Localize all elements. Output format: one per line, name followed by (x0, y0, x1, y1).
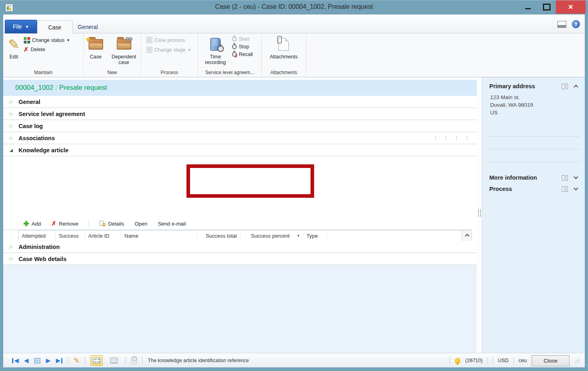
column-header-success-total[interactable]: Success total (197, 230, 241, 241)
open-button[interactable]: Open (135, 221, 147, 227)
go-to-grid-icon[interactable] (34, 358, 41, 364)
chevron-down-icon[interactable] (574, 186, 578, 190)
titlebar: Case (2 - ceu) - Case ID: 00004_1002, Pr… (0, 0, 588, 15)
section-case-web-details[interactable]: ▷ Case Web details (3, 253, 477, 265)
file-menu-label: File (13, 23, 22, 30)
knowledge-article-toolbar: ✚ Add ✗ Remove Details Open Send e-mail (3, 218, 472, 230)
time-recording-icon (210, 38, 221, 51)
form-icon[interactable] (562, 84, 568, 89)
form-icon[interactable] (562, 175, 568, 180)
file-menu-button[interactable]: File ▼ (5, 20, 37, 33)
help-icon[interactable]: ? (572, 20, 580, 28)
details-button[interactable]: Details (99, 221, 124, 227)
separator (449, 357, 450, 364)
edit-button[interactable]: ✎ Edit (6, 35, 22, 69)
star-icon: ★ (86, 35, 91, 43)
table-header-row: Attempted Success Article ID Name Succes… (19, 230, 472, 241)
recall-button[interactable]: ✗ Recall (232, 52, 253, 57)
form-icon[interactable] (562, 187, 568, 192)
send-email-button[interactable]: Send e-mail (158, 221, 186, 227)
notification-bell-icon[interactable] (455, 358, 460, 364)
magnifier-icon (99, 221, 106, 226)
column-header-type[interactable]: Type (303, 230, 327, 241)
remove-button[interactable]: ✗ Remove (51, 220, 78, 227)
column-header-success[interactable]: Success (56, 230, 85, 241)
chevron-up-icon[interactable] (574, 85, 578, 89)
section-administration[interactable]: ▷ Administration (3, 241, 477, 253)
separator (68, 357, 68, 364)
factbox-more-information: More information (482, 170, 585, 181)
dependent-case-button[interactable]: Dependent case (110, 35, 139, 69)
section-case-log[interactable]: ▷ Case log (3, 120, 477, 132)
chevron-down-icon[interactable] (574, 174, 578, 179)
stage-icon (147, 47, 152, 53)
chevron-down-icon: ▼ (188, 48, 191, 52)
group-label-sla: Service level agreem... (198, 69, 261, 77)
currency-indicator[interactable]: USD (498, 358, 508, 363)
minimize-button[interactable] (519, 0, 537, 14)
close-window-button[interactable] (556, 0, 586, 14)
stop-button[interactable]: Stop (232, 44, 253, 50)
expanded-triangle-icon: ◢ (10, 148, 14, 152)
column-header-name[interactable]: Name (121, 230, 197, 241)
group-label-process: Process (141, 69, 198, 77)
address-line: 123 Main st. (490, 93, 578, 101)
tab-case[interactable]: Case (37, 20, 72, 34)
chevron-right-icon: ▷ (10, 135, 14, 141)
change-status-button[interactable]: Change status ▼ (24, 37, 70, 44)
tab-general[interactable]: General (72, 20, 103, 34)
window-title: Case (2 - ceu) - Case ID: 00004_1002, Pr… (0, 3, 588, 10)
close-button[interactable]: Close (532, 355, 569, 366)
splitter-handle-icon[interactable] (478, 209, 481, 216)
last-record-button[interactable]: ▶ (56, 357, 63, 364)
company-indicator[interactable]: ceu (519, 358, 527, 363)
edit-record-icon[interactable]: ✎ (73, 356, 80, 365)
section-associations[interactable]: ▷ Associations (3, 132, 477, 144)
stopwatch-icon (232, 44, 237, 49)
new-case-button[interactable]: ★ Case (86, 35, 106, 69)
next-record-button[interactable]: ▶ (46, 357, 51, 364)
delete-button[interactable]: ✗ Delete (24, 46, 70, 53)
section-service-level-agreement[interactable]: ▷ Service level agreement (3, 108, 477, 120)
column-header-success-percent[interactable]: Success percent ▼ (241, 230, 303, 241)
maximize-button[interactable] (537, 0, 556, 14)
scroll-up-button[interactable] (462, 230, 472, 239)
form-view-icon (93, 358, 100, 363)
main-content: 00004_1002 : Presale request ▷ General ▷… (3, 77, 477, 353)
pencil-icon: ✎ (8, 37, 20, 51)
column-header-attempted[interactable]: Attempted (19, 230, 56, 241)
time-recording-button[interactable]: Time recording (201, 35, 230, 69)
form-view-button[interactable] (91, 355, 103, 366)
grid-view-icon (110, 358, 118, 363)
chevron-down-icon: ▼ (66, 38, 70, 42)
separator (142, 357, 143, 364)
layout-icon[interactable] (557, 21, 566, 28)
previous-record-button[interactable]: ◀ (24, 357, 29, 364)
toolbar-separators (435, 135, 467, 141)
empty-area (3, 265, 477, 353)
factbox-process: Process (482, 181, 585, 192)
resize-grip[interactable] (575, 359, 579, 363)
first-record-button[interactable]: ◀ (12, 357, 19, 364)
change-status-icon (24, 37, 30, 44)
folder-icon: ★ (89, 39, 103, 50)
ribbon-group-sla: Time recording Start Stop ✗ Recall (198, 33, 262, 77)
separator (89, 220, 89, 227)
section-general[interactable]: ▷ General (3, 96, 477, 108)
attachment-icon[interactable] (131, 357, 137, 364)
add-button[interactable]: ✚ Add (23, 220, 41, 227)
chevron-right-icon: ▷ (10, 123, 14, 129)
sort-arrow-icon[interactable]: ▼ (297, 234, 300, 238)
factbox-splitter[interactable] (477, 77, 482, 353)
section-knowledge-article[interactable]: ◢ Knowledge article (3, 144, 477, 156)
grid-view-button[interactable] (108, 355, 120, 366)
link-icon (125, 37, 134, 42)
column-header-article-id[interactable]: Article ID (85, 230, 121, 241)
status-bar: ◀ ◀ ▶ ▶ ✎ The knowledge article identifi… (3, 353, 585, 367)
paperclip-document-icon (278, 38, 289, 51)
separator (125, 357, 126, 364)
attachments-button[interactable]: Attachments (267, 35, 300, 69)
record-title: 00004_1002 : Presale request (3, 84, 107, 92)
chevron-right-icon: ▷ (10, 111, 14, 116)
status-text: The knowledge article identification ref… (148, 358, 249, 363)
